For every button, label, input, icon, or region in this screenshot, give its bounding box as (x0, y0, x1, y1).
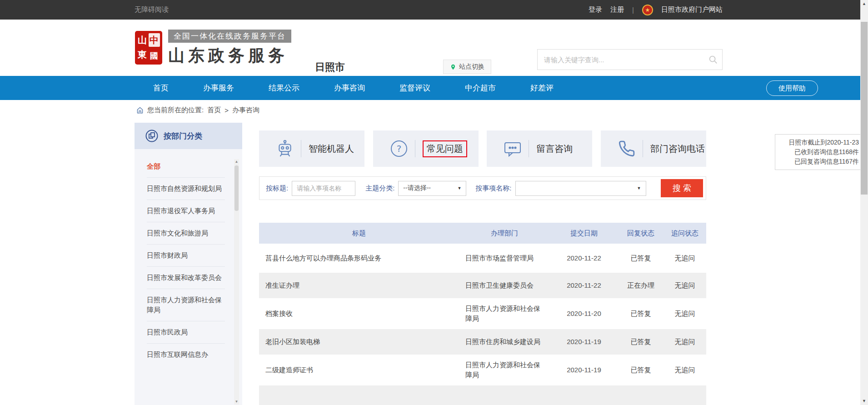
tab-message-consult-label: 留言咨询 (536, 143, 573, 155)
sidebar-item-culture-tourism[interactable]: 日照市文化和旅游局 (147, 222, 225, 245)
map-pin-icon (450, 63, 456, 71)
cell-followup-status: 无追问 (663, 309, 706, 319)
sidebar-item-development-reform[interactable]: 日照市发展和改革委员会 (147, 267, 225, 289)
question-icon: ? (389, 140, 409, 158)
col-date: 提交日期 (550, 229, 618, 238)
nav-item-intermediary[interactable]: 中介超市 (465, 83, 496, 93)
site-switch-button[interactable]: 站点切换 (443, 60, 491, 74)
item-select[interactable]: ▼ (515, 181, 646, 196)
scroll-down-icon[interactable]: ▼ (234, 399, 239, 405)
cell-department: 日照市住房和城乡建设局 (459, 337, 550, 347)
tab-message-consult[interactable]: 留言咨询 (487, 130, 592, 167)
table-row[interactable]: 老旧小区加装电梯 日照市住房和城乡建设局 2020-11-19 已答复 无追问 (259, 329, 706, 355)
col-department: 办理部门 (459, 229, 550, 238)
table-row[interactable]: 准生证办理 日照市卫生健康委员会 2020-11-22 正在办理 无追问 (259, 273, 706, 298)
breadcrumb-separator: > (224, 106, 229, 114)
home-icon (136, 107, 144, 114)
register-link[interactable]: 注册 (610, 5, 624, 14)
nav-item-consult[interactable]: 办事咨询 (334, 83, 365, 93)
sidebar-header: 按部门分类 (135, 123, 242, 149)
svg-text:東: 東 (137, 50, 147, 60)
page-scrollbar[interactable]: ▲ ▼ (860, 0, 868, 405)
svg-text:中: 中 (150, 35, 159, 45)
divider (301, 140, 301, 157)
header-search-box (537, 49, 723, 70)
svg-text:國: 國 (150, 51, 158, 60)
cell-date: 2020-11-22 (550, 253, 618, 263)
tab-phone-directory[interactable]: 部门咨询电话 (601, 130, 706, 167)
cell-title[interactable]: 准生证办理 (259, 280, 459, 290)
chevron-down-icon: ▼ (637, 186, 641, 190)
sidebar-item-natural-resources[interactable]: 日照市自然资源和规划局 (147, 178, 225, 200)
svg-text:山: 山 (138, 35, 147, 45)
cell-title[interactable]: 二级建造师证书 (259, 365, 459, 375)
cell-followup-status: 无追问 (663, 337, 706, 347)
keyword-search-input[interactable] (538, 56, 704, 64)
breadcrumb-prefix: 您当前所在的位置: (147, 106, 204, 115)
cell-department: 日照市人力资源和社会保障局 (459, 360, 550, 380)
cell-reply-status: 正在办理 (618, 280, 663, 290)
table-row[interactable]: 档案接收 日照市人力资源和社会保障局 2020-11-20 已答复 无追问 (259, 298, 706, 329)
divider (643, 140, 643, 157)
phone-icon (616, 140, 637, 157)
logo[interactable]: 中 國 山 東 全国一体化在线政务服务平台 山东政务服务 (135, 30, 291, 67)
table-row-partial (259, 385, 706, 405)
title-filter-input[interactable] (292, 181, 355, 196)
scroll-up-icon[interactable]: ▲ (860, 0, 868, 8)
filter-bar: 按标题: 主题分类: --请选择-- ▼ 按事项名称: ▼ 搜 索 (259, 176, 706, 200)
col-reply-status: 回复状态 (618, 229, 663, 238)
sidebar-item-veterans[interactable]: 日照市退役军人事务局 (147, 200, 225, 222)
portal-link[interactable]: 日照市政府门户网站 (661, 5, 723, 14)
nav-item-rating[interactable]: 好差评 (530, 83, 554, 93)
table-row[interactable]: 二级建造师证书 日照市人力资源和社会保障局 2020-11-19 已答复 无追问 (259, 355, 706, 385)
tab-faq-label: 常见问题 (423, 140, 467, 157)
sidebar-item-finance[interactable]: 日照市财政局 (147, 245, 225, 267)
nav-item-results[interactable]: 结果公示 (269, 83, 299, 93)
city-name: 日照市 (315, 60, 345, 74)
accessibility-link[interactable]: 无障碍阅读 (135, 5, 169, 14)
col-followup-status: 追问状态 (663, 229, 706, 238)
help-button[interactable]: 使用帮助 (766, 80, 818, 96)
cell-reply-status: 已答复 (618, 309, 663, 319)
svg-text:?: ? (396, 143, 401, 154)
nav-item-services[interactable]: 办事服务 (203, 83, 234, 93)
category-icon (145, 130, 158, 142)
page-scroll-thumb[interactable] (861, 22, 868, 195)
breadcrumb-home-link[interactable]: 首页 (207, 106, 221, 115)
sidebar-scroll-thumb[interactable] (234, 165, 239, 211)
category-select[interactable]: --请选择-- ▼ (398, 181, 466, 196)
department-sidebar: 按部门分类 全部 日照市自然资源和规划局 日照市退役军人事务局 日照市文化和旅游… (135, 123, 242, 405)
tab-faq[interactable]: ? 常见问题 (373, 130, 479, 167)
divider (529, 140, 529, 157)
sidebar-item-internet-info[interactable]: 日照市互联网信息办 (147, 344, 225, 365)
category-filter-label: 主题分类: (365, 184, 394, 193)
cell-department: 日照市市场监督管理局 (459, 253, 550, 263)
scroll-down-icon[interactable]: ▼ (860, 397, 868, 405)
scroll-up-icon[interactable]: ▲ (234, 159, 239, 165)
sidebar-item-human-resources[interactable]: 日照市人力资源和社会保障局 (147, 289, 225, 321)
login-link[interactable]: 登录 (589, 5, 602, 14)
nav-item-supervision[interactable]: 监督评议 (399, 83, 430, 93)
cell-title[interactable]: 老旧小区加装电梯 (259, 337, 459, 347)
cell-reply-status: 已答复 (618, 337, 663, 347)
page: 无障碍阅读 登录 注册 | ★ 日照市政府门户网站 中 國 山 東 全国一体 (0, 0, 868, 405)
table-row[interactable]: 莒县什么地方可以办理商品条形码业务 日照市市场监督管理局 2020-11-22 … (259, 244, 706, 273)
search-icon[interactable] (704, 55, 722, 65)
stats-received: 已收到咨询信息1168件 (780, 147, 859, 157)
category-select-value: --请选择-- (403, 184, 431, 192)
cell-date: 2020-11-19 (550, 337, 618, 347)
nav-item-home[interactable]: 首页 (153, 83, 169, 93)
cell-followup-status: 无追问 (663, 280, 706, 290)
breadcrumb-current: 办事咨询 (232, 106, 259, 115)
cell-followup-status: 无追问 (663, 253, 706, 263)
cell-title[interactable]: 莒县什么地方可以办理商品条形码业务 (259, 253, 459, 263)
tab-smart-robot[interactable]: 智能机器人 (259, 130, 364, 167)
sidebar-item-civil-affairs[interactable]: 日照市民政局 (147, 321, 225, 344)
sidebar-scrollbar[interactable]: ▲ ▼ (234, 159, 239, 405)
cell-title[interactable]: 档案接收 (259, 309, 459, 319)
consultation-table: 标题 办理部门 提交日期 回复状态 追问状态 莒县什么地方可以办理商品条形码业务… (259, 223, 706, 405)
search-button[interactable]: 搜 索 (661, 179, 703, 197)
consult-tabs: 智能机器人 ? 常见问题 (259, 130, 706, 167)
cell-reply-status: 已答复 (618, 365, 663, 375)
sidebar-item-all[interactable]: 全部 (147, 155, 225, 178)
